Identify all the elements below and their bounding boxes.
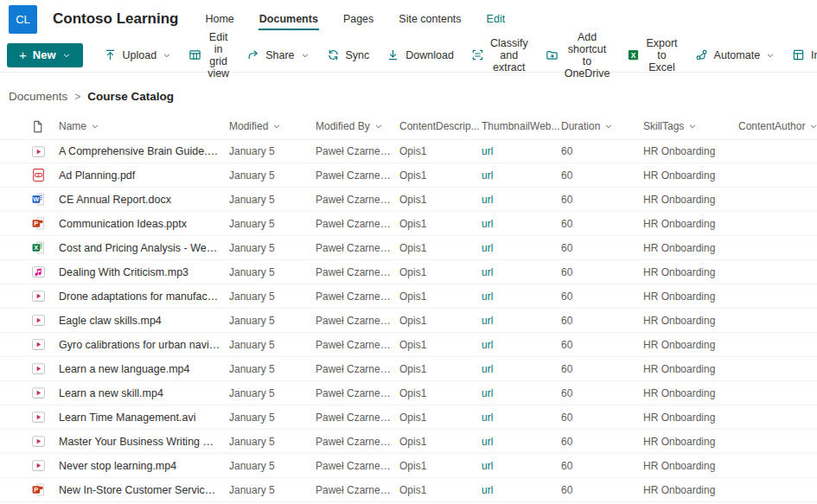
thumbnail-url-link[interactable]: url [482,290,561,303]
nav-item-home[interactable]: Home [204,8,234,30]
download-button[interactable]: Download [378,41,463,69]
column-header-modified-by[interactable]: Modified By [316,120,399,132]
thumbnail-url-link[interactable]: url [482,315,561,327]
nav-item-edit[interactable]: Edit [486,8,507,30]
file-name-link[interactable]: Dealing With Criticism.mp3 [59,266,229,278]
modified-by-cell: Paweł Czarnecki [316,194,399,206]
modified-cell: January 5 [229,194,316,206]
integrate-button[interactable]: Integrate [783,41,817,69]
skill-tags-cell: HR Onboarding [643,339,738,351]
skill-tags-cell: HR Onboarding [643,242,738,254]
file-name-link[interactable]: Learn Time Management.avi [59,411,229,424]
column-header-name[interactable]: Name [59,120,229,132]
table-row[interactable]: Learn a new skill.mp4 January 5 Paweł Cz… [0,381,817,405]
column-header-contentauthor[interactable]: ContentAuthor [738,120,817,132]
table-row[interactable]: W CE Annual Report.docx January 5 Paweł … [0,188,817,212]
add-shortcut-to-onedrive-button[interactable]: Add shortcut to OneDrive [537,41,619,69]
new-button-label: New [33,48,56,61]
duration-cell: 60 [561,363,643,375]
file-name-link[interactable]: New In-Store Customer Service Counters.p… [59,484,229,496]
video-file-icon [31,458,59,473]
table-row[interactable]: Ad Planning.pdf January 5 Paweł Czarneck… [0,163,817,188]
modified-cell: January 5 [229,242,316,254]
upload-button[interactable]: Upload [95,41,181,69]
nav-item-site-contents[interactable]: Site contents [398,8,462,30]
file-name-link[interactable]: Learn a new language.mp4 [59,363,229,375]
video-file-icon [31,361,59,376]
duration-cell: 60 [561,436,643,448]
table-row[interactable]: X Cost and Pricing Analysis - Western Re… [0,236,817,260]
content-description-cell: Opis1 [399,363,482,375]
export-to-excel-button[interactable]: X Export to Excel [618,41,686,69]
file-name-link[interactable]: Cost and Pricing Analysis - Western Regi… [59,242,229,254]
site-title[interactable]: Contoso Learning [53,10,178,28]
column-header-modified[interactable]: Modified [229,120,316,132]
nav-item-documents[interactable]: Documents [259,8,319,30]
classify-icon [471,48,484,61]
table-row[interactable]: Dealing With Criticism.mp3 January 5 Paw… [0,260,817,284]
thumbnail-url-link[interactable]: url [482,436,561,448]
excel-icon: X [627,48,640,61]
duration-cell: 60 [561,315,643,327]
file-name-link[interactable]: A Comprehensive Brain Guide.wmv [59,145,229,157]
table-row[interactable]: Learn Time Management.avi January 5 Pawe… [0,405,817,430]
column-header-duration[interactable]: Duration [561,120,643,132]
thumbnail-url-link[interactable]: url [482,194,561,206]
document-list: Name Modified Modified By ContentDescrip… [0,113,817,502]
table-row[interactable]: Never stop learning.mp4 January 5 Paweł … [0,454,817,478]
share-icon [246,48,259,61]
nav-item-pages[interactable]: Pages [342,8,374,30]
thumbnail-url-link[interactable]: url [482,169,561,182]
file-name-link[interactable]: Ad Planning.pdf [59,169,229,182]
duration-cell: 60 [561,145,643,157]
thumbnail-url-link[interactable]: url [482,484,561,496]
thumbnail-url-link[interactable]: url [482,266,561,278]
column-header-thumbnailweb[interactable]: ThumbnailWeb... [482,120,561,132]
thumbnail-url-link[interactable]: url [482,387,561,399]
breadcrumb: Documents > Course Catalog [0,73,817,103]
table-body: A Comprehensive Brain Guide.wmv January … [0,139,817,502]
table-row[interactable]: P Communication Ideas.pptx January 5 Paw… [0,212,817,236]
sync-button[interactable]: Sync [318,41,379,69]
thumbnail-url-link[interactable]: url [482,242,561,254]
file-name-link[interactable]: Master Your Business Writing Skills.mp4 [59,436,229,448]
classify-and-extract-button[interactable]: Classify and extract [463,41,537,69]
column-header-skilltags[interactable]: SkillTags [643,120,738,132]
file-name-link[interactable]: Learn a new skill.mp4 [59,387,229,399]
skill-tags-cell: HR Onboarding [643,315,738,327]
table-row[interactable]: Drone adaptations for manufacturing.mp4 … [0,284,817,309]
automate-button[interactable]: Automate [686,41,784,69]
video-file-icon [31,410,59,424]
share-button[interactable]: Share [238,41,317,69]
breadcrumb-documents-link[interactable]: Documents [9,90,67,103]
new-button[interactable]: + New [7,43,83,67]
table-row[interactable]: A Comprehensive Brain Guide.wmv January … [0,139,817,163]
ppt-file-icon: P [31,482,59,497]
thumbnail-url-link[interactable]: url [482,145,561,157]
file-name-link[interactable]: Never stop learning.mp4 [59,460,229,472]
file-name-link[interactable]: Communication Ideas.pptx [59,218,229,230]
thumbnail-url-link[interactable]: url [482,218,561,230]
content-description-cell: Opis1 [399,411,482,424]
table-row[interactable]: P New In-Store Customer Service Counters… [0,478,817,502]
table-row[interactable]: Eagle claw skills.mp4 January 5 Paweł Cz… [0,309,817,333]
file-name-link[interactable]: Eagle claw skills.mp4 [59,315,229,327]
modified-by-cell: Paweł Czarnecki [316,169,399,182]
site-logo[interactable]: CL [9,5,37,34]
video-file-icon [31,313,59,328]
edit-in-grid-view-button[interactable]: Edit in grid view [180,41,238,69]
content-description-cell: Opis1 [399,290,482,303]
content-description-cell: Opis1 [399,242,482,254]
thumbnail-url-link[interactable]: url [482,411,561,424]
table-row[interactable]: Learn a new language.mp4 January 5 Paweł… [0,357,817,381]
file-name-link[interactable]: Drone adaptations for manufacturing.mp4 [59,290,229,303]
file-name-link[interactable]: Gyro calibrations for urban navigation.m… [59,339,229,351]
thumbnail-url-link[interactable]: url [482,460,561,472]
table-row[interactable]: Master Your Business Writing Skills.mp4 … [0,430,817,454]
table-row[interactable]: Gyro calibrations for urban navigation.m… [0,333,817,357]
file-name-link[interactable]: CE Annual Report.docx [59,194,229,206]
thumbnail-url-link[interactable]: url [482,363,561,375]
column-header-contentdescrip[interactable]: ContentDescrip... [399,120,482,132]
modified-cell: January 5 [229,290,316,303]
thumbnail-url-link[interactable]: url [482,339,561,351]
